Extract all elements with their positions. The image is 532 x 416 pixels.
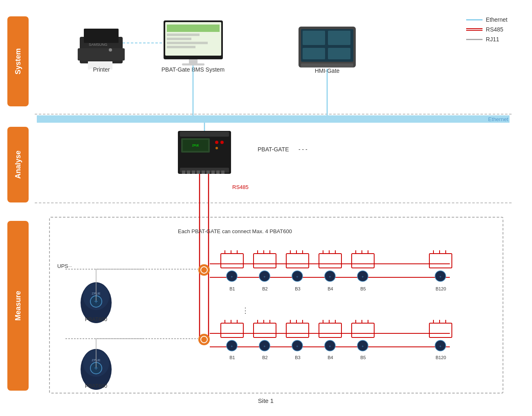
divider-analyse-measure [35,202,512,203]
svg-rect-13 [167,46,195,48]
svg-rect-8 [165,22,221,56]
svg-rect-40 [221,171,224,174]
svg-rect-34 [192,171,195,174]
svg-rect-25 [181,138,210,153]
svg-rect-18 [303,31,325,45]
rj11-label: RJ11 [486,36,499,43]
svg-rect-38 [211,171,215,174]
divider-system-analyse [35,114,512,115]
svg-rect-19 [328,31,350,45]
svg-rect-37 [207,171,210,174]
svg-point-6 [109,48,112,52]
pbatgate-device: ZPUE [178,131,231,174]
svg-rect-15 [182,63,204,65]
svg-rect-33 [187,171,190,174]
svg-rect-22 [301,63,353,67]
bms-monitor [164,20,223,65]
svg-rect-11 [167,38,191,40]
ethernet-bar [37,115,510,123]
printer-label: Printer [93,66,110,73]
svg-rect-23 [178,131,231,174]
svg-text:SAMSUNG: SAMSUNG [89,43,108,47]
svg-rect-31 [180,168,229,173]
svg-rect-3 [88,61,112,70]
rs485-annotation: RS485 [232,184,249,190]
svg-rect-12 [167,42,208,44]
svg-rect-1 [84,29,119,43]
site-label: Site 1 [258,397,274,404]
svg-rect-14 [189,59,198,63]
legend-rj11: RJ11 [466,36,507,43]
svg-rect-16 [299,27,356,67]
ethernet-label: Ethernet [486,16,507,23]
measure-text: Measure [14,291,22,321]
label-analyse: Analyse [7,127,29,202]
svg-rect-26 [183,140,208,151]
rs485-label-legend: RS485 [486,26,503,33]
svg-rect-35 [197,171,200,174]
svg-rect-36 [202,171,205,174]
legend-rs485: RS485 [466,26,507,33]
bms-label: PBAT-Gate BMS System [162,66,225,73]
svg-rect-0 [80,37,123,63]
svg-rect-39 [216,171,220,174]
svg-rect-17 [301,29,353,62]
svg-rect-7 [164,20,223,59]
svg-rect-9 [167,25,220,32]
pbatgate-label: PBAT-GATE [258,146,289,153]
page-wrapper: System Analyse Measure Ethernet RS485 RJ… [0,0,532,416]
hmi-label: HMI-Gate [315,67,340,74]
dotdotdot-label: - - - [299,146,308,153]
rj11-line-icon [466,39,483,40]
rs485-line-icon [466,28,483,31]
svg-rect-10 [167,34,200,36]
svg-point-30 [215,147,218,149]
svg-rect-32 [182,171,185,174]
svg-rect-24 [180,132,229,137]
svg-rect-4 [90,69,110,72]
system-text: System [14,48,22,74]
svg-rect-21 [328,48,350,59]
svg-text:ZPUE: ZPUE [192,144,199,147]
svg-point-28 [215,141,218,144]
label-system: System [7,16,29,106]
svg-rect-2 [78,48,125,61]
legend-ethernet: Ethernet [466,16,507,23]
svg-rect-20 [303,48,325,59]
analyse-text: Analyse [14,151,22,179]
measure-box [49,217,503,394]
svg-point-29 [220,141,224,144]
label-measure: Measure [7,221,29,391]
ethernet-line-icon [466,19,483,20]
legend: Ethernet RS485 RJ11 [466,16,507,43]
printer-device: SAMSUNG [78,29,125,72]
ethernet-bar-label: Ethernet [488,116,508,122]
hmi-device [299,27,356,67]
